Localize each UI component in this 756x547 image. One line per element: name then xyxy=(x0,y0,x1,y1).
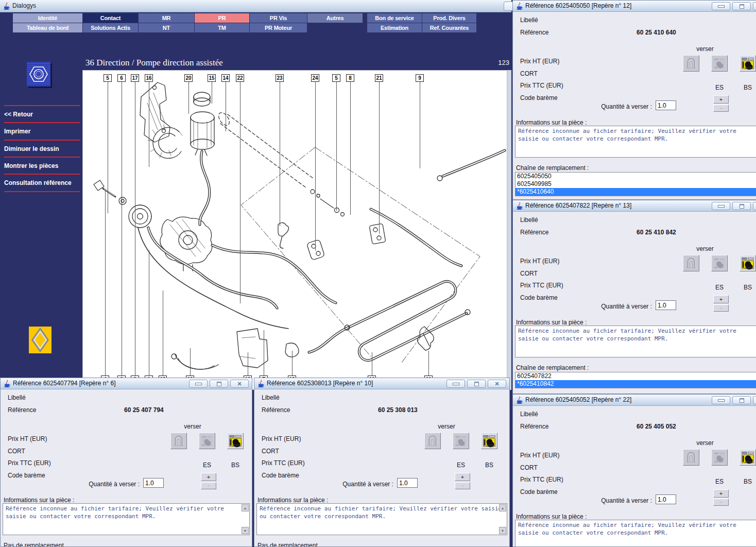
sidebar-item-montrer-les-pieces[interactable]: Montrer les pièces xyxy=(4,159,81,173)
maximize-button[interactable] xyxy=(210,380,228,388)
verser-es-button[interactable] xyxy=(711,55,728,72)
main-window-titlebar[interactable]: Dialogys xyxy=(0,0,511,12)
tab-nt[interactable]: NT xyxy=(139,23,194,32)
minimize-button[interactable] xyxy=(712,396,730,404)
quantity-input[interactable] xyxy=(143,478,164,488)
list-item[interactable]: 6025405050 xyxy=(516,173,756,180)
quantity-plus-button[interactable]: + xyxy=(713,489,729,498)
quantity-plus-button[interactable]: + xyxy=(713,95,729,104)
close-button[interactable]: ✕ xyxy=(753,396,756,404)
scroll-down-button[interactable]: ▼ xyxy=(242,527,249,534)
tab-tm[interactable]: TM xyxy=(195,23,249,32)
quantity-input[interactable] xyxy=(656,100,676,110)
close-button[interactable]: ✕ xyxy=(753,202,756,210)
part-callout-22[interactable]: 22 xyxy=(236,74,244,82)
list-item-selected[interactable]: *6025410640 xyxy=(516,188,756,196)
window-titlebar[interactable]: Référence 6025407794 [Repère n° 6] ✕ xyxy=(1,378,252,389)
callout-number[interactable]: 21 xyxy=(375,74,383,82)
quantity-minus-button[interactable]: - xyxy=(713,499,729,506)
info-textarea[interactable]: Référence inconnue au fichier tarifaire;… xyxy=(256,503,507,535)
verser-bs-button[interactable] xyxy=(740,255,756,271)
maximize-button[interactable] xyxy=(467,380,486,388)
list-item[interactable]: 6025407822 xyxy=(516,372,756,380)
sidebar-item-consultation-reference[interactable]: Consultation référence xyxy=(4,176,81,190)
part-callout-9[interactable]: 9 xyxy=(416,74,424,82)
tab-pr-vis[interactable]: PR Vis xyxy=(250,13,307,23)
verser-bs-button[interactable] xyxy=(481,433,497,449)
callout-number[interactable]: 5 xyxy=(104,74,112,82)
part-callout-5[interactable]: 5 xyxy=(104,74,112,82)
tab-bon-de-service[interactable]: Bon de service xyxy=(367,13,422,23)
tab-pr-moteur[interactable]: PR Moteur xyxy=(250,23,307,32)
list-item[interactable]: 6025409985 xyxy=(516,180,756,188)
list-item-selected[interactable]: *6025410842 xyxy=(516,380,756,388)
tab-mr[interactable]: MR xyxy=(139,13,194,23)
part-callout-5[interactable]: 5 xyxy=(332,74,340,82)
quantity-input[interactable] xyxy=(397,478,418,488)
part-callout-6[interactable]: 6 xyxy=(117,74,126,82)
callout-number[interactable]: 9 xyxy=(416,74,424,82)
maximize-button[interactable] xyxy=(732,396,751,404)
window-titlebar[interactable]: Référence 6025308013 [Repère n° 10] ✕ xyxy=(254,378,509,389)
quantity-plus-button[interactable]: + xyxy=(201,473,216,481)
verser-es-button[interactable] xyxy=(711,449,728,466)
part-callout-8[interactable]: 8 xyxy=(346,74,354,82)
tab-autres[interactable]: Autres xyxy=(307,13,363,23)
verser-bs-button[interactable] xyxy=(740,55,756,72)
callout-number[interactable]: 20 xyxy=(184,74,193,82)
part-callout-14[interactable]: 14 xyxy=(221,74,230,82)
callout-number[interactable]: 16 xyxy=(145,74,153,82)
replacement-chain-list[interactable]: 6025407822 *6025410842 xyxy=(515,372,756,388)
verser-bs-button[interactable] xyxy=(227,433,244,449)
verser-bs-button[interactable] xyxy=(740,449,756,466)
callout-number[interactable]: 8 xyxy=(346,74,354,82)
callout-number[interactable]: 23 xyxy=(276,74,284,82)
tab-prod-divers[interactable]: Prod. Divers xyxy=(422,13,476,23)
scroll-down-button[interactable]: ▼ xyxy=(499,527,506,534)
quantity-minus-button[interactable]: - xyxy=(713,304,729,312)
info-textarea[interactable]: Référence inconnue au fichier tarifaire;… xyxy=(515,126,756,158)
close-button[interactable]: ✕ xyxy=(753,2,756,10)
verser-arch-button[interactable] xyxy=(683,55,699,72)
sidebar-item-retour[interactable]: << Retour xyxy=(4,108,81,121)
part-callout-20[interactable]: 20 xyxy=(184,74,193,82)
maximize-button[interactable] xyxy=(732,202,751,210)
verser-es-button[interactable] xyxy=(199,433,215,449)
info-textarea[interactable]: Référence inconnue au fichier tarifaire;… xyxy=(515,326,756,357)
info-textarea[interactable]: Référence inconnue au fichier tarifaire;… xyxy=(3,503,250,535)
minimize-button[interactable] xyxy=(712,2,730,10)
callout-number[interactable]: 24 xyxy=(311,74,319,82)
verser-arch-button[interactable] xyxy=(683,449,699,466)
quantity-minus-button[interactable]: - xyxy=(455,482,470,489)
sidebar-item-imprimer[interactable]: Imprimer xyxy=(4,125,81,138)
quantity-minus-button[interactable]: - xyxy=(201,482,216,489)
close-button[interactable]: ✕ xyxy=(230,380,249,388)
verser-arch-button[interactable] xyxy=(170,433,187,449)
tab-solutions-actis[interactable]: Solutions Actis xyxy=(83,23,138,32)
tab-identite[interactable]: Identité xyxy=(13,13,82,23)
part-callout-23[interactable]: 23 xyxy=(276,74,284,82)
window-titlebar[interactable]: Référence 6025407822 [Repère n° 13] ✕ xyxy=(513,200,756,212)
tab-contact[interactable]: Contact xyxy=(83,13,138,23)
minimize-button[interactable] xyxy=(712,202,730,210)
maximize-button[interactable] xyxy=(732,2,751,10)
verser-es-button[interactable] xyxy=(711,255,728,271)
part-callout-21[interactable]: 21 xyxy=(375,74,383,82)
callout-number[interactable]: 22 xyxy=(236,74,244,82)
verser-arch-button[interactable] xyxy=(683,255,699,271)
callout-number[interactable]: 6 xyxy=(117,74,126,82)
quantity-plus-button[interactable]: + xyxy=(713,295,729,303)
part-callout-15[interactable]: 15 xyxy=(208,74,216,82)
info-textarea[interactable]: Référence inconnue au fichier tarifaire;… xyxy=(515,520,756,547)
verser-arch-button[interactable] xyxy=(424,433,441,449)
scroll-up-button[interactable]: ▲ xyxy=(499,504,506,511)
minimize-button[interactable] xyxy=(446,380,465,388)
tab-ref-courantes[interactable]: Ref. Courantes xyxy=(422,23,476,32)
quantity-plus-button[interactable]: + xyxy=(455,473,470,481)
callout-number[interactable]: 17 xyxy=(131,74,139,82)
close-button[interactable]: ✕ xyxy=(488,380,506,388)
exploded-diagram[interactable]: 56171620151422232458219 4321131819712101… xyxy=(82,70,507,390)
tab-pr[interactable]: PR xyxy=(195,13,249,23)
quantity-input[interactable] xyxy=(656,494,676,504)
window-titlebar[interactable]: Référence 6025405052 [Repère n° 22] ✕ xyxy=(513,395,756,406)
